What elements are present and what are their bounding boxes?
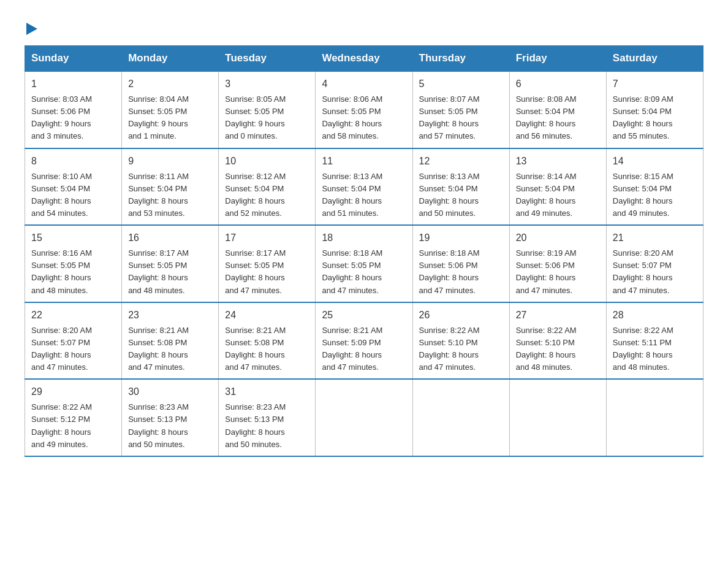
day-info: Sunrise: 8:23 AMSunset: 5:13 PMDaylight:… — [128, 401, 212, 451]
day-info: Sunrise: 8:13 AMSunset: 5:04 PMDaylight:… — [419, 170, 503, 220]
weekday-header-saturday: Saturday — [606, 46, 703, 72]
day-number: 16 — [128, 231, 212, 245]
calendar-cell: 20Sunrise: 8:19 AMSunset: 5:06 PMDayligh… — [509, 225, 606, 302]
calendar-cell: 2Sunrise: 8:04 AMSunset: 5:05 PMDaylight… — [122, 71, 219, 148]
day-number: 2 — [128, 77, 212, 91]
logo-arrow — [26, 18, 37, 38]
weekday-header-sunday: Sunday — [25, 46, 122, 72]
day-number: 13 — [516, 154, 600, 169]
day-info: Sunrise: 8:10 AMSunset: 5:04 PMDaylight:… — [31, 170, 115, 220]
calendar-cell: 4Sunrise: 8:06 AMSunset: 5:05 PMDaylight… — [316, 71, 412, 148]
day-info: Sunrise: 8:18 AMSunset: 5:05 PMDaylight:… — [322, 247, 406, 297]
weekday-header-wednesday: Wednesday — [316, 46, 412, 72]
day-number: 9 — [128, 154, 212, 169]
day-number: 8 — [31, 154, 115, 169]
weekday-header-friday: Friday — [509, 46, 606, 72]
logo — [25, 18, 37, 33]
day-number: 31 — [225, 385, 309, 399]
day-number: 29 — [31, 385, 115, 399]
day-number: 25 — [322, 308, 406, 323]
calendar-cell: 22Sunrise: 8:20 AMSunset: 5:07 PMDayligh… — [25, 302, 122, 380]
calendar-cell — [412, 379, 509, 456]
day-info: Sunrise: 8:18 AMSunset: 5:06 PMDaylight:… — [419, 247, 503, 297]
day-info: Sunrise: 8:21 AMSunset: 5:09 PMDaylight:… — [322, 324, 406, 374]
calendar-cell: 25Sunrise: 8:21 AMSunset: 5:09 PMDayligh… — [316, 302, 412, 380]
day-number: 19 — [419, 231, 503, 245]
day-info: Sunrise: 8:06 AMSunset: 5:05 PMDaylight:… — [322, 93, 406, 143]
week-row-4: 22Sunrise: 8:20 AMSunset: 5:07 PMDayligh… — [25, 302, 703, 380]
day-info: Sunrise: 8:20 AMSunset: 5:07 PMDaylight:… — [613, 247, 697, 297]
calendar-cell: 29Sunrise: 8:22 AMSunset: 5:12 PMDayligh… — [25, 379, 122, 456]
day-info: Sunrise: 8:22 AMSunset: 5:12 PMDaylight:… — [31, 401, 115, 451]
day-number: 12 — [419, 154, 503, 169]
calendar-cell: 23Sunrise: 8:21 AMSunset: 5:08 PMDayligh… — [122, 302, 219, 380]
day-number: 1 — [31, 77, 115, 91]
calendar-cell: 1Sunrise: 8:03 AMSunset: 5:06 PMDaylight… — [25, 71, 122, 148]
day-info: Sunrise: 8:22 AMSunset: 5:11 PMDaylight:… — [613, 324, 697, 374]
day-info: Sunrise: 8:15 AMSunset: 5:04 PMDaylight:… — [613, 170, 697, 220]
day-info: Sunrise: 8:19 AMSunset: 5:06 PMDaylight:… — [516, 247, 600, 297]
calendar-cell — [316, 379, 412, 456]
calendar-cell: 19Sunrise: 8:18 AMSunset: 5:06 PMDayligh… — [412, 225, 509, 302]
calendar-cell: 10Sunrise: 8:12 AMSunset: 5:04 PMDayligh… — [219, 148, 316, 226]
calendar-cell: 3Sunrise: 8:05 AMSunset: 5:05 PMDaylight… — [219, 71, 316, 148]
calendar-cell — [509, 379, 606, 456]
day-number: 11 — [322, 154, 406, 169]
day-info: Sunrise: 8:09 AMSunset: 5:04 PMDaylight:… — [613, 93, 697, 143]
day-number: 30 — [128, 385, 212, 399]
day-info: Sunrise: 8:11 AMSunset: 5:04 PMDaylight:… — [128, 170, 212, 220]
day-info: Sunrise: 8:14 AMSunset: 5:04 PMDaylight:… — [516, 170, 600, 220]
day-number: 22 — [31, 308, 115, 323]
calendar-cell: 26Sunrise: 8:22 AMSunset: 5:10 PMDayligh… — [412, 302, 509, 380]
weekday-header-monday: Monday — [122, 46, 219, 72]
day-info: Sunrise: 8:04 AMSunset: 5:05 PMDaylight:… — [128, 93, 212, 143]
week-row-1: 1Sunrise: 8:03 AMSunset: 5:06 PMDaylight… — [25, 71, 703, 148]
day-info: Sunrise: 8:12 AMSunset: 5:04 PMDaylight:… — [225, 170, 309, 220]
calendar-cell: 16Sunrise: 8:17 AMSunset: 5:05 PMDayligh… — [122, 225, 219, 302]
day-info: Sunrise: 8:17 AMSunset: 5:05 PMDaylight:… — [128, 247, 212, 297]
weekday-header-row: SundayMondayTuesdayWednesdayThursdayFrid… — [25, 46, 703, 72]
calendar-cell: 21Sunrise: 8:20 AMSunset: 5:07 PMDayligh… — [606, 225, 703, 302]
calendar-cell: 17Sunrise: 8:17 AMSunset: 5:05 PMDayligh… — [219, 225, 316, 302]
day-info: Sunrise: 8:05 AMSunset: 5:05 PMDaylight:… — [225, 93, 309, 143]
calendar-cell: 5Sunrise: 8:07 AMSunset: 5:05 PMDaylight… — [412, 71, 509, 148]
day-info: Sunrise: 8:22 AMSunset: 5:10 PMDaylight:… — [419, 324, 503, 374]
day-number: 20 — [516, 231, 600, 245]
day-number: 18 — [322, 231, 406, 245]
day-info: Sunrise: 8:08 AMSunset: 5:04 PMDaylight:… — [516, 93, 600, 143]
svg-marker-0 — [26, 23, 37, 35]
calendar-cell: 13Sunrise: 8:14 AMSunset: 5:04 PMDayligh… — [509, 148, 606, 226]
day-number: 3 — [225, 77, 309, 91]
day-info: Sunrise: 8:20 AMSunset: 5:07 PMDaylight:… — [31, 324, 115, 374]
day-number: 27 — [516, 308, 600, 323]
weekday-header-thursday: Thursday — [412, 46, 509, 72]
day-number: 23 — [128, 308, 212, 323]
calendar-table: SundayMondayTuesdayWednesdayThursdayFrid… — [25, 45, 703, 457]
calendar-cell: 15Sunrise: 8:16 AMSunset: 5:05 PMDayligh… — [25, 225, 122, 302]
day-number: 4 — [322, 77, 406, 91]
day-number: 5 — [419, 77, 503, 91]
day-number: 15 — [31, 231, 115, 245]
calendar-cell: 8Sunrise: 8:10 AMSunset: 5:04 PMDaylight… — [25, 148, 122, 226]
calendar-cell: 31Sunrise: 8:23 AMSunset: 5:13 PMDayligh… — [219, 379, 316, 456]
day-number: 14 — [613, 154, 697, 169]
day-number: 7 — [613, 77, 697, 91]
calendar-cell: 18Sunrise: 8:18 AMSunset: 5:05 PMDayligh… — [316, 225, 412, 302]
calendar-cell: 24Sunrise: 8:21 AMSunset: 5:08 PMDayligh… — [219, 302, 316, 380]
calendar-cell: 7Sunrise: 8:09 AMSunset: 5:04 PMDaylight… — [606, 71, 703, 148]
calendar-cell: 30Sunrise: 8:23 AMSunset: 5:13 PMDayligh… — [122, 379, 219, 456]
calendar-cell: 9Sunrise: 8:11 AMSunset: 5:04 PMDaylight… — [122, 148, 219, 226]
day-number: 21 — [613, 231, 697, 245]
week-row-2: 8Sunrise: 8:10 AMSunset: 5:04 PMDaylight… — [25, 148, 703, 226]
calendar-cell: 12Sunrise: 8:13 AMSunset: 5:04 PMDayligh… — [412, 148, 509, 226]
page-header — [25, 18, 703, 33]
day-info: Sunrise: 8:23 AMSunset: 5:13 PMDaylight:… — [225, 401, 309, 451]
day-info: Sunrise: 8:13 AMSunset: 5:04 PMDaylight:… — [322, 170, 406, 220]
day-number: 26 — [419, 308, 503, 323]
week-row-3: 15Sunrise: 8:16 AMSunset: 5:05 PMDayligh… — [25, 225, 703, 302]
day-info: Sunrise: 8:21 AMSunset: 5:08 PMDaylight:… — [225, 324, 309, 374]
day-info: Sunrise: 8:21 AMSunset: 5:08 PMDaylight:… — [128, 324, 212, 374]
day-number: 6 — [516, 77, 600, 91]
calendar-cell: 6Sunrise: 8:08 AMSunset: 5:04 PMDaylight… — [509, 71, 606, 148]
day-info: Sunrise: 8:16 AMSunset: 5:05 PMDaylight:… — [31, 247, 115, 297]
